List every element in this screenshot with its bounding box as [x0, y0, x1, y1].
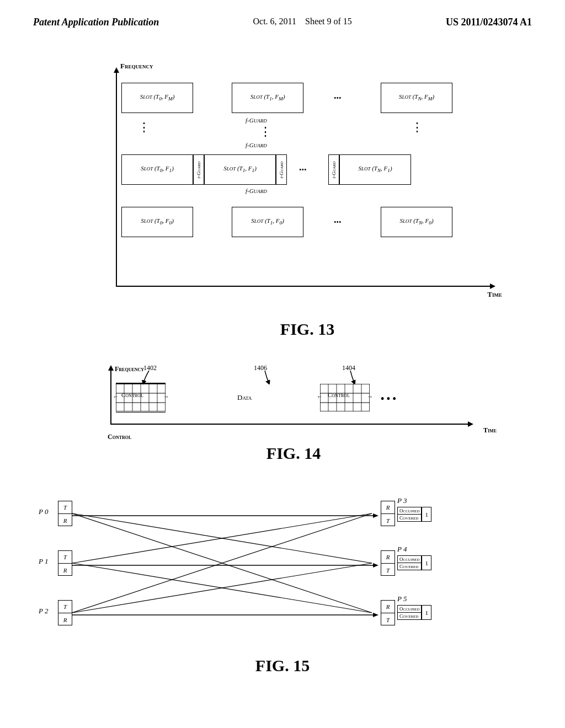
fig13-label: FIG. 13 [83, 320, 532, 339]
bracket-right-right: → [367, 393, 373, 400]
tr-box-p0-left: T R [58, 501, 72, 526]
time-label-fig14: Time [483, 426, 497, 435]
time-axis-fig13 [116, 286, 491, 287]
slot-tn-f0: SLOT (TN, F0) [381, 207, 452, 237]
header-publication-label: Patent Application Publication [33, 17, 159, 28]
fig13-diagram: Frequency Time SLOT (T0, FM) SLOT (T1, F… [83, 72, 502, 309]
time-label-fig13: Time [487, 290, 502, 299]
f-guard-label-2: f-GUARD [246, 142, 267, 148]
tr-box-p1-left: T R [58, 550, 72, 576]
slot-tn-f1: SLOT (TN, F1) [339, 154, 411, 185]
fig14-dots: • • • [381, 393, 396, 405]
arrow-p0 [72, 507, 381, 524]
svg-marker-23 [373, 513, 379, 518]
control-bottom-label: Control [108, 433, 131, 441]
freq-axis-fig14 [110, 370, 111, 425]
tr-box-p3-right: R T [381, 501, 395, 526]
dots-bot: ··· [334, 217, 342, 228]
arrow-1404 [348, 371, 361, 384]
header-patent-number: US 2011/0243074 A1 [446, 17, 532, 28]
tr-box-p5-right: R T [381, 600, 395, 625]
slot-t0-f0: SLOT (T0, F0) [121, 207, 193, 237]
p2-label: P 2 [39, 607, 48, 615]
time-axis-fig14 [110, 424, 469, 425]
arrow-p1 [72, 557, 381, 574]
f-guard-label-1: f-GUARD [246, 117, 267, 124]
p3-group: P 3 OCCUPIED COVERED 1 [397, 496, 431, 522]
fig14-label: FIG. 14 [55, 444, 532, 463]
freq-label-fig14: Frequency [115, 365, 144, 373]
tr-box-p2-left: T R [58, 600, 72, 625]
svg-marker-25 [373, 563, 379, 568]
tr-box-p4-right: R T [381, 550, 395, 576]
header-date-sheet: Oct. 6, 2011 Sheet 9 of 15 [253, 17, 351, 26]
fig15-container: P 0 T R R T P 3 OCCUPIED COVERED 1 [33, 496, 532, 675]
p1-label: P 1 [39, 557, 48, 566]
data-label: Data [237, 393, 252, 402]
t-guard-mid-3: t-GUARD [328, 154, 339, 185]
t-guard-mid-2: t-GUARD [276, 154, 287, 185]
f-guard-label-3: f-GUARD [246, 188, 267, 194]
dots-mid: ··· [299, 164, 307, 176]
dots-top: ··· [334, 93, 342, 104]
slot-t1-fm: SLOT (T1, FM) [232, 83, 303, 113]
arrow-1406 [262, 371, 276, 384]
slot-t0-f1: SLOT (T0, F1) [121, 154, 193, 185]
bracket-right-line: → [163, 393, 169, 400]
page-header: Patent Application Publication Oct. 6, 2… [33, 17, 532, 28]
p0-label: P 0 [39, 507, 48, 516]
slot-t1-f0: SLOT (T1, F0) [232, 207, 303, 237]
fig14-diagram: Frequency Time 1402 1406 1404 [55, 364, 508, 441]
slot-t0-fm: SLOT (T0, FM) [121, 83, 193, 113]
p4-group: P 4 OCCUPIED COVERED 1 [397, 545, 431, 570]
t-guard-mid-1: t-GUARD [193, 154, 204, 185]
freq-label-fig13: Frequency [120, 62, 153, 71]
bracket-right-left: ← [317, 393, 323, 400]
control-label-left: Control [121, 392, 143, 398]
vdots-right: ⋮ [411, 121, 423, 133]
bracket-left-line: ← [113, 393, 119, 400]
fig13-container: Frequency Time SLOT (T0, FM) SLOT (T1, F… [55, 72, 532, 339]
slot-t1-f1: SLOT (T1, F1) [204, 154, 276, 185]
frequency-axis-fig13 [116, 72, 117, 287]
fig15-diagram: P 0 T R R T P 3 OCCUPIED COVERED 1 [33, 496, 508, 651]
svg-marker-27 [373, 613, 379, 617]
control-label-right: Control [328, 392, 350, 398]
arrow-p2 [72, 607, 381, 623]
p5-group: P 5 OCCUPIED COVERED 1 [397, 595, 431, 620]
vdots-left: ⋮ [138, 121, 150, 133]
slot-tn-fm: SLOT (TN, FM) [381, 83, 452, 113]
fig15-label: FIG. 15 [33, 656, 532, 675]
vdots-center: ⋮ [259, 126, 271, 138]
fig14-container: Frequency Time 1402 1406 1404 [33, 364, 532, 463]
